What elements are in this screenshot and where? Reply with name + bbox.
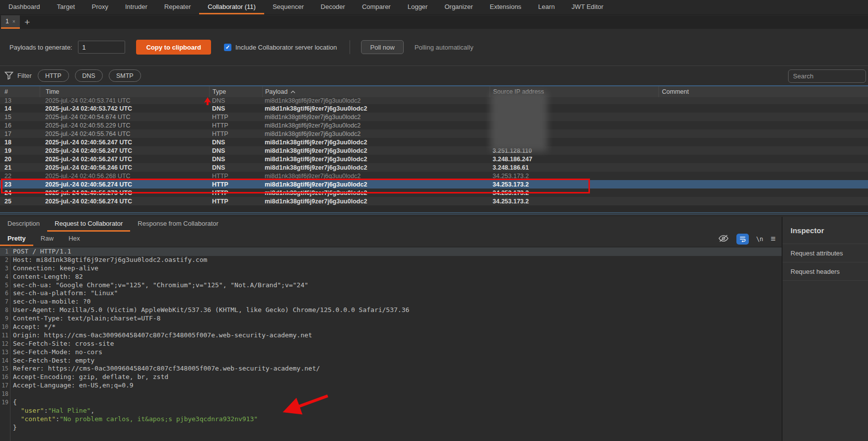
menu-item-target[interactable]: Target (49, 0, 83, 14)
collaborator-doc-tab[interactable]: 1 × (1, 15, 20, 29)
table-row[interactable]: 182025-jul.-24 02:40:56.247 UTCDNSmi8d1n… (0, 138, 868, 146)
code-line: 9Content-Type: text/plain;charset=UTF-8 (0, 315, 782, 323)
table-row[interactable]: 152025-jul.-24 02:40:54.674 UTCHTTPmi8d1… (0, 113, 868, 121)
cell-payload: mi8d1nk38gtif6j9zer7j6g3uu0lodc2 (262, 172, 490, 180)
include-server-location-checkbox-group[interactable]: ✓ Include Collaborator server location (224, 44, 337, 51)
menu-item-logger[interactable]: Logger (399, 0, 436, 14)
cell-num: 14 (0, 104, 40, 113)
table-row[interactable]: 162025-jul.-24 02:40:55.229 UTCHTTPmi8d1… (0, 121, 868, 129)
code-line: 16Accept-Encoding: gzip, deflate, br, zs… (0, 373, 782, 381)
menu-item-repeater[interactable]: Repeater (156, 0, 199, 14)
menu-item-comparer[interactable]: Comparer (354, 0, 399, 14)
cell-type: HTTP (209, 172, 262, 180)
cell-time: 2025-jul.-24 02:40:54.674 UTC (40, 113, 209, 121)
filter-pill-http[interactable]: HTTP (38, 69, 69, 82)
menu-item-extensions[interactable]: Extensions (481, 0, 530, 14)
poll-now-button[interactable]: Poll now (361, 40, 403, 54)
tab-hex[interactable]: Hex (61, 232, 87, 246)
column-header-type[interactable]: Type (209, 86, 262, 97)
filter-pill-dns[interactable]: DNS (75, 69, 103, 82)
inspector-section-request-attributes[interactable]: Request attributes (783, 244, 868, 262)
doc-tab-label: 1 (5, 18, 9, 25)
editor-menu-icon[interactable]: ≡ (771, 235, 776, 243)
cell-num: 16 (0, 121, 40, 129)
cell-source-ip: 3.248.186.247 (490, 155, 658, 163)
cell-comment (658, 180, 868, 189)
close-tab-icon[interactable]: × (12, 19, 15, 24)
cell-source-ip: 34.253.173.2 (490, 189, 658, 197)
code-line: 3Connection: keep-alive (0, 264, 782, 273)
editor-toolbar-icons: \n ≡ (718, 232, 776, 246)
menu-item-organizer[interactable]: Organizer (436, 0, 481, 14)
payloads-count-input[interactable] (78, 41, 125, 54)
collaborator-toolbar: Payloads to generate: Copy to clipboard … (0, 29, 868, 65)
table-row[interactable]: 202025-jul.-24 02:40:56.247 UTCDNSmi8d1n… (0, 155, 868, 163)
add-tab-button[interactable]: + (20, 15, 35, 29)
column-header-num[interactable]: # (0, 86, 40, 97)
cell-type: DNS (209, 146, 262, 155)
show-newlines-icon[interactable]: \n (756, 236, 763, 243)
table-row[interactable]: 242025-jul.-24 02:40:56.273 UTCHTTPmi8d1… (0, 189, 868, 197)
tab-raw[interactable]: Raw (33, 232, 61, 246)
column-header-time[interactable]: Time (40, 86, 209, 97)
code-line: 4Content-Length: 82 (0, 273, 782, 281)
filter-bar: Filter HTTPDNSSMTP (0, 65, 868, 85)
menu-item-intruder[interactable]: Intruder (117, 0, 156, 14)
search-input[interactable] (788, 69, 866, 83)
inspector-section-request-headers[interactable]: Request headers (783, 262, 868, 281)
code-line: 18 (0, 390, 782, 398)
copy-to-clipboard-button[interactable]: Copy to clipboard (136, 40, 211, 55)
code-line: "user":"Hal Pline", (0, 407, 782, 415)
cell-comment (658, 197, 868, 205)
cell-comment (658, 146, 868, 155)
table-row[interactable]: 172025-jul.-24 02:40:55.764 UTCHTTPmi8d1… (0, 129, 868, 138)
table-row[interactable]: 142025-jul.-24 02:40:53.742 UTCDNSmi8d1n… (0, 104, 868, 113)
checkbox-checked-icon[interactable]: ✓ (224, 44, 231, 51)
table-row[interactable]: 192025-jul.-24 02:40:56.247 UTCDNSmi8d1n… (0, 146, 868, 155)
code-line: 12Sec-Fetch-Site: cross-site (0, 340, 782, 348)
tab-response-from-collaborator[interactable]: Response from Collaborator (130, 217, 226, 232)
cell-comment (658, 129, 868, 138)
cell-num: 21 (0, 163, 40, 172)
cell-comment (658, 121, 868, 129)
menu-item-sequencer[interactable]: Sequencer (264, 0, 312, 14)
code-line: 19{ (0, 398, 782, 407)
tab-pretty[interactable]: Pretty (0, 232, 33, 246)
code-line: "content":"No problem carlos, it&apos;s … (0, 415, 782, 424)
filter-pill-smtp[interactable]: SMTP (109, 69, 141, 82)
code-line: } (0, 424, 782, 432)
cell-payload: mi8d1nk38gtif6j9zer7j6g3uu0lodc2 (262, 189, 490, 197)
cell-time: 2025-jul.-24 02:40:56.268 UTC (40, 172, 209, 180)
cell-type: HTTP (209, 180, 262, 189)
word-wrap-icon[interactable] (736, 234, 749, 245)
cell-payload: mi8d1nk38gtif6j9zer7j6g3uu0lodc2 (262, 121, 490, 129)
menu-item-collaborator-11-[interactable]: Collaborator (11) (199, 0, 264, 14)
cell-source-ip: 34.253.173.2 (490, 180, 658, 189)
menu-item-learn[interactable]: Learn (530, 0, 563, 14)
cell-time: 2025-jul.-24 02:40:56.273 UTC (40, 189, 209, 197)
request-editor[interactable]: 1POST / HTTP/1.12Host: mi8d1nk38gtif6j9z… (0, 246, 782, 441)
table-row[interactable]: 222025-jul.-24 02:40:56.268 UTCHTTPmi8d1… (0, 172, 868, 180)
column-header-comment[interactable]: Comment (658, 86, 868, 97)
polling-status-text: Polling automatically (415, 44, 474, 51)
menu-item-dashboard[interactable]: Dashboard (0, 0, 49, 14)
hide-nonprintable-icon[interactable] (718, 234, 729, 244)
menu-item-proxy[interactable]: Proxy (83, 0, 117, 14)
sort-asc-icon (290, 90, 295, 94)
table-row[interactable]: 232025-jul.-24 02:40:56.274 UTCHTTPmi8d1… (0, 180, 868, 189)
cell-type: HTTP (209, 121, 262, 129)
table-row[interactable]: 252025-jul.-24 02:40:56.274 UTCHTTPmi8d1… (0, 197, 868, 205)
cell-source-ip: 3.248.186.61 (490, 163, 658, 172)
code-line: 11Origin: https://cms-0ac300960458407c80… (0, 331, 782, 340)
cell-time: 2025-jul.-24 02:40:56.274 UTC (40, 197, 209, 205)
column-header-payload[interactable]: Payload (262, 86, 490, 97)
menu-item-jwt-editor[interactable]: JWT Editor (563, 0, 612, 14)
table-row[interactable]: 132025-jul.-24 02:40:53.741 UTCDNSmi8d1n… (0, 97, 868, 104)
tab-description[interactable]: Description (0, 217, 47, 232)
cell-time: 2025-jul.-24 02:40:56.274 UTC (40, 180, 209, 189)
panel-splitter[interactable] (0, 212, 868, 217)
cell-payload: mi8d1nk38gtif6j9zer7j6g3uu0lodc2 (262, 113, 490, 121)
menu-item-decoder[interactable]: Decoder (312, 0, 354, 14)
table-row[interactable]: 212025-jul.-24 02:40:56.246 UTCDNSmi8d1n… (0, 163, 868, 172)
tab-request-to-collaborator[interactable]: Request to Collaborator (47, 217, 130, 232)
